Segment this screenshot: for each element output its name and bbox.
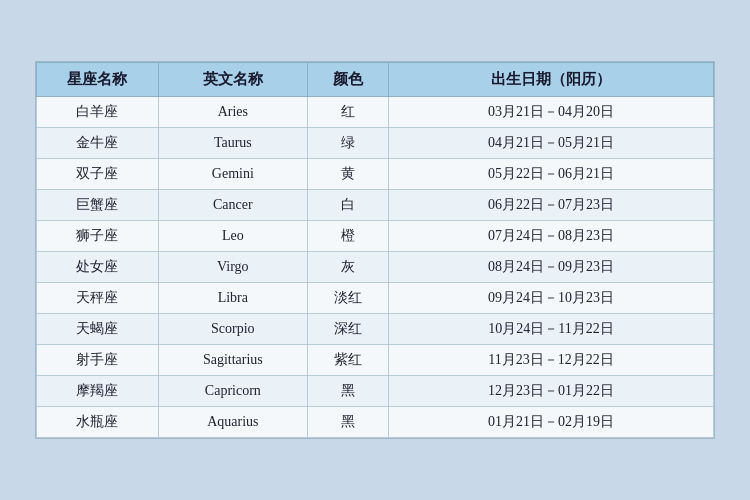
cell-zh: 金牛座 (37, 128, 159, 159)
table-row: 天秤座Libra淡红09月24日－10月23日 (37, 283, 714, 314)
table-body: 白羊座Aries红03月21日－04月20日金牛座Taurus绿04月21日－0… (37, 97, 714, 438)
cell-zh: 天秤座 (37, 283, 159, 314)
cell-en: Cancer (158, 190, 307, 221)
cell-date: 10月24日－11月22日 (389, 314, 714, 345)
zodiac-table: 星座名称 英文名称 颜色 出生日期（阳历） 白羊座Aries红03月21日－04… (36, 62, 714, 438)
table-row: 双子座Gemini黄05月22日－06月21日 (37, 159, 714, 190)
cell-en: Leo (158, 221, 307, 252)
cell-color: 绿 (307, 128, 388, 159)
cell-date: 07月24日－08月23日 (389, 221, 714, 252)
header-color: 颜色 (307, 63, 388, 97)
table-row: 白羊座Aries红03月21日－04月20日 (37, 97, 714, 128)
cell-color: 黑 (307, 376, 388, 407)
cell-zh: 射手座 (37, 345, 159, 376)
table-row: 金牛座Taurus绿04月21日－05月21日 (37, 128, 714, 159)
header-zh: 星座名称 (37, 63, 159, 97)
header-en: 英文名称 (158, 63, 307, 97)
cell-color: 白 (307, 190, 388, 221)
header-date: 出生日期（阳历） (389, 63, 714, 97)
cell-en: Sagittarius (158, 345, 307, 376)
cell-color: 红 (307, 97, 388, 128)
cell-zh: 摩羯座 (37, 376, 159, 407)
cell-date: 08月24日－09月23日 (389, 252, 714, 283)
cell-en: Aquarius (158, 407, 307, 438)
cell-en: Capricorn (158, 376, 307, 407)
cell-color: 黑 (307, 407, 388, 438)
cell-zh: 狮子座 (37, 221, 159, 252)
table-row: 巨蟹座Cancer白06月22日－07月23日 (37, 190, 714, 221)
cell-zh: 巨蟹座 (37, 190, 159, 221)
cell-date: 09月24日－10月23日 (389, 283, 714, 314)
cell-zh: 白羊座 (37, 97, 159, 128)
table-row: 天蝎座Scorpio深红10月24日－11月22日 (37, 314, 714, 345)
cell-en: Taurus (158, 128, 307, 159)
cell-en: Virgo (158, 252, 307, 283)
cell-en: Aries (158, 97, 307, 128)
table-row: 摩羯座Capricorn黑12月23日－01月22日 (37, 376, 714, 407)
table-row: 狮子座Leo橙07月24日－08月23日 (37, 221, 714, 252)
cell-color: 橙 (307, 221, 388, 252)
cell-en: Gemini (158, 159, 307, 190)
cell-date: 12月23日－01月22日 (389, 376, 714, 407)
cell-date: 04月21日－05月21日 (389, 128, 714, 159)
table-row: 水瓶座Aquarius黑01月21日－02月19日 (37, 407, 714, 438)
cell-date: 05月22日－06月21日 (389, 159, 714, 190)
cell-date: 01月21日－02月19日 (389, 407, 714, 438)
cell-color: 紫红 (307, 345, 388, 376)
cell-en: Scorpio (158, 314, 307, 345)
zodiac-table-container: 星座名称 英文名称 颜色 出生日期（阳历） 白羊座Aries红03月21日－04… (35, 61, 715, 439)
cell-zh: 天蝎座 (37, 314, 159, 345)
cell-color: 灰 (307, 252, 388, 283)
table-header-row: 星座名称 英文名称 颜色 出生日期（阳历） (37, 63, 714, 97)
cell-date: 06月22日－07月23日 (389, 190, 714, 221)
cell-color: 淡红 (307, 283, 388, 314)
cell-zh: 水瓶座 (37, 407, 159, 438)
cell-date: 11月23日－12月22日 (389, 345, 714, 376)
cell-zh: 双子座 (37, 159, 159, 190)
cell-color: 深红 (307, 314, 388, 345)
cell-date: 03月21日－04月20日 (389, 97, 714, 128)
cell-zh: 处女座 (37, 252, 159, 283)
cell-en: Libra (158, 283, 307, 314)
table-row: 射手座Sagittarius紫红11月23日－12月22日 (37, 345, 714, 376)
table-row: 处女座Virgo灰08月24日－09月23日 (37, 252, 714, 283)
cell-color: 黄 (307, 159, 388, 190)
